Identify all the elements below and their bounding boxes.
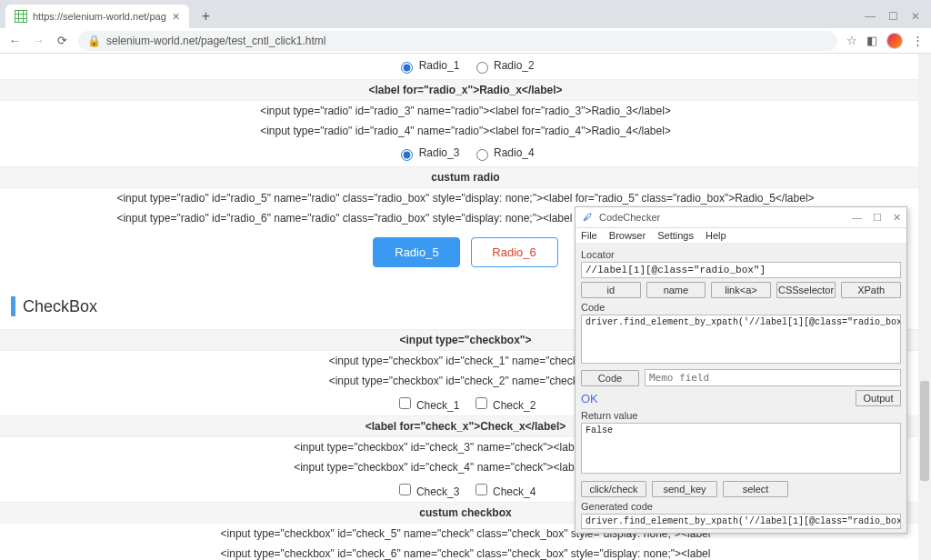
cssselector-button[interactable]: CSSselector: [776, 282, 836, 298]
check-1[interactable]: Check_1: [395, 399, 460, 412]
code-radio-3: <input type="radio" id="radio_3" name="r…: [0, 101, 931, 121]
menu-help[interactable]: Help: [706, 230, 726, 241]
xpath-button[interactable]: XPath: [841, 282, 901, 298]
custom-radio-5-button[interactable]: Radio_5: [373, 237, 460, 267]
header-label-radiox: <label for="radio_x">Radio_x</label>: [0, 79, 931, 101]
radio-3[interactable]: Radio_3: [396, 146, 459, 159]
return-textarea[interactable]: [581, 423, 901, 474]
back-button[interactable]: ←: [7, 34, 22, 47]
bookmark-star-icon[interactable]: ☆: [846, 34, 857, 47]
scrollbar-thumb[interactable]: [920, 381, 929, 481]
code-textarea[interactable]: [581, 315, 901, 364]
locator-input[interactable]: [581, 262, 901, 278]
browser-tab[interactable]: https://selenium-world.net/pag ✕: [5, 5, 189, 28]
cc-maximize-button[interactable]: ☐: [873, 212, 882, 224]
favicon-icon: [15, 10, 27, 23]
extension-icon[interactable]: ◧: [866, 34, 877, 47]
custom-radio-6-button[interactable]: Radio_6: [471, 237, 558, 267]
select-button[interactable]: select: [723, 481, 788, 497]
radio-1[interactable]: Radio_1: [396, 59, 459, 72]
tab-close-icon[interactable]: ✕: [172, 11, 180, 23]
address-bar[interactable]: 🔒 selenium-world.net/page/test_cntl_clic…: [78, 31, 837, 51]
status-ok: OK: [581, 392, 598, 405]
header-custom-radio: custum radio: [0, 166, 931, 188]
generated-code-output[interactable]: driver.find_element_by_xpath('//label[1]…: [581, 514, 901, 529]
lock-icon: 🔒: [87, 35, 101, 47]
generated-code-label: Generated code: [581, 501, 901, 512]
memo-input[interactable]: [645, 369, 901, 386]
locator-label: Locator: [581, 249, 901, 260]
code-check-6: <input type="checkbox" id="check_6" name…: [0, 544, 931, 560]
profile-avatar[interactable]: [886, 33, 903, 49]
code-radio-5: <input type="radio" id="radio_5" name="r…: [0, 188, 931, 208]
menu-settings[interactable]: Settings: [657, 230, 694, 241]
feather-icon: [581, 211, 594, 224]
radio-4[interactable]: Radio_4: [472, 146, 535, 159]
check-3[interactable]: Check_3: [395, 485, 460, 498]
name-button[interactable]: name: [646, 282, 706, 298]
menu-browser[interactable]: Browser: [609, 230, 646, 241]
code-label: Code: [581, 302, 901, 313]
browser-tabstrip: https://selenium-world.net/pag ✕ + — ☐ ✕: [0, 0, 931, 28]
code-radio-4: <input type="radio" id="radio_4" name="r…: [0, 121, 931, 141]
sendkey-button[interactable]: send_key: [652, 481, 717, 497]
code-button[interactable]: Code: [581, 370, 639, 386]
page-scrollbar[interactable]: [918, 54, 931, 560]
codechecker-window[interactable]: CodeChecker — ☐ ✕ File Browser Settings …: [575, 206, 907, 534]
output-button[interactable]: Output: [856, 390, 901, 406]
window-close-button[interactable]: ✕: [911, 10, 920, 23]
browser-toolbar: ← → ⟳ 🔒 selenium-world.net/page/test_cnt…: [0, 28, 931, 54]
return-label: Return value: [581, 410, 901, 421]
new-tab-button[interactable]: +: [196, 8, 215, 28]
radio-2[interactable]: Radio_2: [472, 59, 535, 72]
menu-file[interactable]: File: [581, 230, 597, 241]
reload-button[interactable]: ⟳: [55, 34, 69, 47]
window-maximize-button[interactable]: ☐: [888, 10, 898, 23]
check-4[interactable]: Check_4: [472, 485, 536, 498]
codechecker-menu: File Browser Settings Help: [576, 228, 906, 244]
url-text: selenium-world.net/page/test_cntl_click1…: [106, 35, 325, 47]
clickcheck-button[interactable]: click/check: [581, 481, 646, 497]
check-2[interactable]: Check_2: [472, 399, 536, 412]
codechecker-title: CodeChecker: [599, 212, 852, 223]
forward-button[interactable]: →: [31, 34, 45, 47]
tab-title: https://selenium-world.net/pag: [33, 11, 166, 22]
section-bar-icon: [11, 296, 15, 316]
id-button[interactable]: id: [581, 282, 641, 298]
cc-close-button[interactable]: ✕: [893, 212, 901, 224]
menu-icon[interactable]: ⋮: [912, 34, 924, 47]
cc-minimize-button[interactable]: —: [852, 212, 862, 224]
window-minimize-button[interactable]: —: [865, 10, 876, 23]
link-button[interactable]: link<a>: [711, 282, 771, 298]
